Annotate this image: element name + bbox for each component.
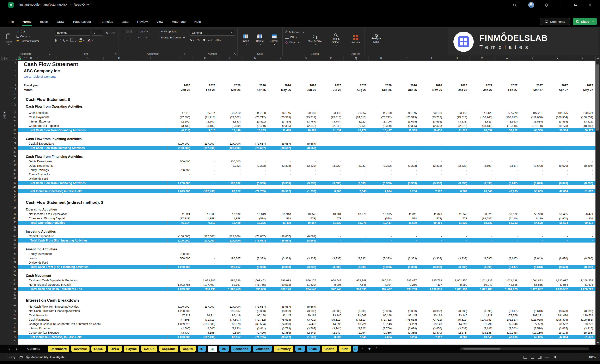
row-header[interactable]: 17	[9, 109, 18, 111]
grid-cell[interactable]: (2,355)	[268, 124, 293, 128]
grid-cell[interactable]: 2026	[192, 83, 218, 88]
grid-cell[interactable]: -	[369, 252, 394, 256]
grid-cell[interactable]: (73,712)	[369, 115, 394, 119]
grid-cell[interactable]: -	[344, 252, 369, 256]
grid-cell[interactable]: 578	[319, 216, 344, 221]
fill-button[interactable]: ↓Fill	[285, 36, 304, 39]
grid-cell[interactable]: Net Income Less Depreciation	[18, 212, 167, 216]
grid-cell[interactable]: -	[394, 159, 419, 164]
grid-cell[interactable]: (2,500)	[167, 326, 192, 330]
grid-cell[interactable]	[18, 303, 167, 304]
format-painter-button[interactable]: Format Painter	[17, 39, 39, 43]
grid-cell[interactable]: (108,551)	[570, 115, 595, 119]
grid-cell[interactable]: 1,200,000	[167, 309, 192, 313]
grid-cell[interactable]: 10,235	[243, 128, 268, 132]
zoom-out-button[interactable]: —	[545, 355, 549, 359]
alignment-dialog-launcher[interactable]: ↘	[184, 52, 186, 55]
grid-cell[interactable]: (100,743)	[469, 318, 495, 322]
grid-cell[interactable]: 93,145	[319, 313, 344, 318]
grid-cell[interactable]: (75,513)	[319, 115, 344, 119]
grid-cell[interactable]: (3,333)	[319, 256, 344, 261]
grid-cell[interactable]: (3,333)	[293, 309, 319, 313]
grid-cell[interactable]: (74,613)	[344, 318, 369, 322]
grid-cell[interactable]: Apr-27	[545, 88, 570, 92]
grid-cell[interactable]: -	[394, 172, 419, 177]
grid-cell[interactable]: -	[167, 172, 192, 177]
grid-cell[interactable]: 987,477	[394, 278, 419, 282]
grid-cell[interactable]: 96,419	[218, 111, 243, 115]
grid-cell[interactable]: -	[469, 304, 495, 309]
cut-button[interactable]: Cut	[17, 30, 39, 33]
grid-cell[interactable]: -	[192, 177, 218, 181]
number-dialog-launcher[interactable]: ↘	[234, 52, 236, 55]
outline-level-button[interactable]: 2	[5, 57, 8, 60]
grid-cell[interactable]: 980,393	[369, 278, 394, 282]
grid-cell[interactable]: (3,333)	[243, 309, 268, 313]
paste-button[interactable]: Paste	[2, 29, 14, 50]
grid-cell[interactable]: -	[444, 304, 469, 309]
grid-cell[interactable]	[167, 205, 600, 207]
row-header[interactable]: 42	[9, 189, 18, 193]
number-format-select[interactable]: General	[190, 30, 235, 36]
grid-cell[interactable]: 1,068,453	[218, 287, 243, 291]
column-header[interactable]: S	[394, 56, 419, 61]
grid-cell[interactable]: Financing Activities	[18, 246, 167, 252]
grid-cell[interactable]: (117,000)	[192, 238, 218, 243]
menu-tab-automate[interactable]: Automate	[172, 19, 186, 26]
grid-cell[interactable]: (3,333)	[344, 256, 369, 261]
grid-cell[interactable]: -	[293, 168, 319, 172]
grid-cell[interactable]: 184,476	[545, 111, 570, 115]
grid-cell[interactable]: (2,376)	[444, 124, 469, 128]
grid-cell[interactable]: (8,617)	[495, 256, 520, 261]
row-header[interactable]: 71	[9, 309, 18, 313]
grid-cell[interactable]: Changes in Working Capital	[18, 216, 167, 221]
column-header[interactable]: V	[469, 56, 495, 61]
grid-cell[interactable]: Cash Movement	[18, 273, 167, 278]
grid-cell[interactable]: -	[444, 168, 469, 172]
grid-cell[interactable]: Net (Increase) Decrease In Cash	[18, 282, 167, 287]
grid-cell[interactable]: (3,700)	[369, 326, 394, 330]
grid-cell[interactable]: -	[319, 177, 344, 181]
grid-cell[interactable]: 972,748	[344, 278, 369, 282]
grid-cell[interactable]: Total Cash From (For) Financing Activiti…	[18, 265, 167, 269]
grid-cell[interactable]: Cash Flow from Financing Activities	[18, 154, 167, 159]
grid-cell[interactable]: (2,430)	[243, 124, 268, 128]
align-center-icon[interactable]	[126, 36, 130, 38]
row-header[interactable]: 74	[9, 322, 18, 326]
grid-cell[interactable]: (3,611)	[469, 119, 495, 124]
currency-format-button[interactable]: $	[190, 38, 194, 42]
grid-cell[interactable]: 500,000	[167, 256, 192, 261]
grid-cell[interactable]: -	[469, 252, 495, 256]
grid-cell[interactable]: (3,430)	[167, 330, 192, 335]
grid-cell[interactable]: 9,510	[192, 221, 218, 225]
grid-cell[interactable]: 47,312	[167, 111, 192, 115]
grid-cell[interactable]	[167, 246, 600, 252]
grid-cell[interactable]: (106,304)	[545, 318, 570, 322]
grid-cell[interactable]: 10,417	[369, 221, 394, 225]
grid-cell[interactable]: -	[495, 304, 520, 309]
column-header[interactable]: H	[118, 57, 120, 60]
grid-cell[interactable]: 2027	[495, 83, 520, 88]
grid-cell[interactable]: -	[419, 168, 444, 172]
grid-cell[interactable]: -	[495, 177, 520, 181]
column-header[interactable]: Q	[344, 56, 369, 61]
grid-cell[interactable]: -	[444, 252, 469, 256]
expand-group-button[interactable]: +	[3, 111, 6, 114]
fill-color-button[interactable]	[79, 38, 85, 42]
grid-cell[interactable]: -	[192, 181, 218, 185]
column-header[interactable]: L	[218, 56, 243, 61]
grid-cell[interactable]: -	[192, 309, 218, 313]
grid-cell[interactable]: Net Cash Flow from Financing Activities	[18, 309, 167, 313]
grid-cell[interactable]: -	[319, 261, 344, 265]
grid-cell[interactable]: (107,490)	[192, 335, 218, 339]
grid-cell[interactable]: 11,028	[419, 212, 444, 216]
grid-cell[interactable]: (106,304)	[545, 115, 570, 119]
grid-cell[interactable]: -	[394, 234, 419, 238]
grid-cell[interactable]	[167, 193, 600, 195]
grid-cell[interactable]: 18,639	[469, 221, 495, 225]
grid-cell[interactable]: 10,367	[293, 128, 319, 132]
grid-cell[interactable]	[18, 243, 167, 246]
grid-cell[interactable]: Jun-26	[293, 88, 319, 92]
borders-button[interactable]	[71, 38, 76, 42]
grid-cell[interactable]: (3,333)	[444, 256, 469, 261]
